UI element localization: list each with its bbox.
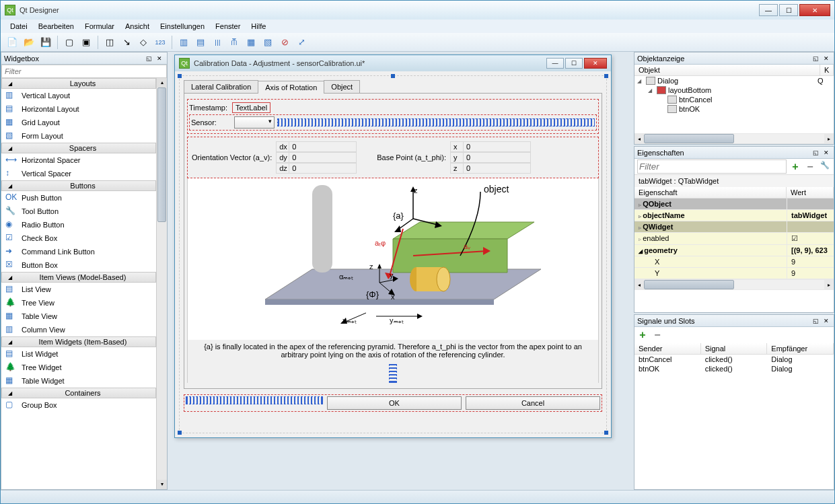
widget-item[interactable]: ◉Radio Button xyxy=(1,218,156,231)
remove-signal-button[interactable]: − xyxy=(651,329,663,341)
properties-filter[interactable] xyxy=(637,159,787,174)
category-header[interactable]: ◢Spacers xyxy=(1,143,156,153)
layout-grid-button[interactable]: ▦ xyxy=(244,35,258,50)
property-value[interactable]: 9 xyxy=(787,268,834,279)
property-row[interactable]: ◢ geometry[(9, 9), 623 xyxy=(634,245,834,256)
menu-formular[interactable]: Formular xyxy=(79,21,120,32)
dx-value[interactable]: 0 xyxy=(289,141,357,152)
minimize-button[interactable]: — xyxy=(759,4,778,16)
property-row[interactable]: ▹ enabled☑ xyxy=(634,233,834,245)
widgetbox-filter[interactable] xyxy=(1,65,167,78)
class-col-header[interactable]: K xyxy=(820,65,834,75)
object-inspector-scrollbar[interactable]: ◂▸ xyxy=(634,133,834,144)
widget-item[interactable]: 🌲Tree View xyxy=(1,296,156,310)
vertical-spacer[interactable] xyxy=(389,364,397,383)
float-icon[interactable]: ◱ xyxy=(811,316,820,326)
float-icon[interactable]: ◱ xyxy=(144,54,153,63)
add-signal-button[interactable]: + xyxy=(637,329,649,341)
widget-item[interactable]: 🔧Tool Button xyxy=(1,205,156,218)
horizontal-spacer[interactable] xyxy=(277,118,595,127)
save-button[interactable]: 💾 xyxy=(38,35,53,50)
widget-item[interactable]: 🌲Tree Widget xyxy=(1,361,156,374)
tree-row[interactable]: btnCancel xyxy=(634,95,834,104)
adjust-size-button[interactable]: ⤢ xyxy=(294,35,309,50)
button-spacer[interactable] xyxy=(186,396,323,404)
sensor-combo[interactable] xyxy=(234,116,275,129)
send-back-button[interactable]: ▢ xyxy=(62,35,77,50)
menu-ansicht[interactable]: Ansicht xyxy=(120,21,155,32)
open-button[interactable]: 📂 xyxy=(22,35,36,50)
tree-row[interactable]: btnOK xyxy=(634,104,834,114)
widget-item[interactable]: ▤List View xyxy=(1,283,156,296)
close-panel-icon[interactable]: ✕ xyxy=(822,316,831,326)
widget-item[interactable]: ☒Button Box xyxy=(1,258,156,272)
form-maximize-button[interactable]: ☐ xyxy=(565,58,583,69)
prop-name-header[interactable]: Eigenschaft xyxy=(634,187,787,198)
close-panel-icon[interactable]: ✕ xyxy=(155,54,164,63)
widget-item[interactable]: ⟷Horizontal Spacer xyxy=(1,153,156,167)
tree-row[interactable]: ◢DialogQ xyxy=(634,76,834,85)
property-row[interactable]: ▹ QObject xyxy=(634,199,834,210)
property-row[interactable]: Y9 xyxy=(634,268,834,279)
tab-widget[interactable]: Lateral Calibration Axis of Rotation Obj… xyxy=(184,80,602,94)
property-value[interactable]: ☑ xyxy=(787,233,834,244)
prop-val-header[interactable]: Wert xyxy=(787,187,834,198)
widget-item[interactable]: ▥Column View xyxy=(1,323,156,336)
layout-horizontal-button[interactable]: ▥ xyxy=(176,35,191,50)
new-form-button[interactable]: 📄 xyxy=(5,35,20,50)
widget-item[interactable]: ↕Vertical Spacer xyxy=(1,167,156,180)
property-value[interactable]: 9 xyxy=(787,256,834,267)
float-icon[interactable]: ◱ xyxy=(811,148,820,157)
widget-item[interactable]: ▤Horizontal Layout xyxy=(1,102,156,116)
signal-row[interactable]: btnOKclicked()Dialog xyxy=(634,364,834,373)
form-titlebar[interactable]: Qt Calibration Data - Adjustment - senso… xyxy=(175,55,611,71)
properties-scrollbar[interactable]: ◂▸ xyxy=(634,279,834,290)
form-close-button[interactable]: ✕ xyxy=(584,58,607,69)
category-header[interactable]: ◢Item Widgets (Item-Based) xyxy=(1,336,156,347)
layout-form-button[interactable]: ▧ xyxy=(260,35,275,50)
property-row[interactable]: ▹ QWidget xyxy=(634,221,834,233)
property-value[interactable]: tabWidget xyxy=(787,210,834,221)
category-header[interactable]: ◢Item Views (Model-Based) xyxy=(1,272,156,283)
category-header[interactable]: ◢Layouts xyxy=(1,78,156,89)
edit-tab-order-button[interactable]: 123 xyxy=(153,35,168,50)
property-row[interactable]: ▹ objectNametabWidget xyxy=(634,210,834,221)
category-header[interactable]: ◢Containers xyxy=(1,388,156,398)
object-col-header[interactable]: Objekt xyxy=(634,65,820,75)
property-row[interactable]: X9 xyxy=(634,256,834,268)
add-property-button[interactable]: + xyxy=(789,161,801,173)
widget-item[interactable]: ▦Table View xyxy=(1,310,156,323)
layout-h-splitter-button[interactable]: ⫼ xyxy=(210,35,225,50)
tab-lateral-calibration[interactable]: Lateral Calibration xyxy=(184,80,258,93)
menu-fenster[interactable]: Fenster xyxy=(210,21,246,32)
titlebar[interactable]: Qt Qt Designer — ☐ ✕ xyxy=(1,1,834,20)
layout-vertical-button[interactable]: ▤ xyxy=(193,35,208,50)
form-minimize-button[interactable]: — xyxy=(546,58,564,69)
widget-item[interactable]: OKPush Button xyxy=(1,191,156,205)
widget-item[interactable]: ▧Form Layout xyxy=(1,129,156,143)
ok-button[interactable]: OK xyxy=(327,396,462,410)
maximize-button[interactable]: ☐ xyxy=(779,4,798,16)
menu-bearbeiten[interactable]: Bearbeiten xyxy=(33,21,79,32)
edit-widgets-button[interactable]: ◫ xyxy=(102,35,117,50)
tab-object[interactable]: Object xyxy=(324,80,360,93)
layout-v-splitter-button[interactable]: ⫚ xyxy=(227,35,242,50)
widget-item[interactable]: ▤List Widget xyxy=(1,347,156,361)
menu-einstellungen[interactable]: Einstellungen xyxy=(155,21,210,32)
bring-front-button[interactable]: ▣ xyxy=(79,35,94,50)
receiver-col[interactable]: Empfänger xyxy=(767,343,834,355)
property-value[interactable] xyxy=(787,221,834,232)
cancel-button[interactable]: Cancel xyxy=(466,396,600,410)
menu-datei[interactable]: Datei xyxy=(5,21,33,32)
widget-item[interactable]: ▦Table Widget xyxy=(1,374,156,388)
signal-row[interactable]: btnCancelclicked()Dialog xyxy=(634,355,834,364)
property-value[interactable]: [(9, 9), 623 xyxy=(787,245,834,256)
signal-col[interactable]: Signal xyxy=(701,343,768,355)
property-value[interactable] xyxy=(787,199,834,209)
widget-item[interactable]: ▥Vertical Layout xyxy=(1,89,156,102)
sender-col[interactable]: Sender xyxy=(634,343,701,355)
widget-item[interactable]: ▢Group Box xyxy=(1,398,156,412)
category-header[interactable]: ◢Buttons xyxy=(1,180,156,191)
tree-row[interactable]: ◢layoutBottom xyxy=(634,85,834,95)
tab-axis-of-rotation[interactable]: Axis of Rotation xyxy=(258,81,324,94)
